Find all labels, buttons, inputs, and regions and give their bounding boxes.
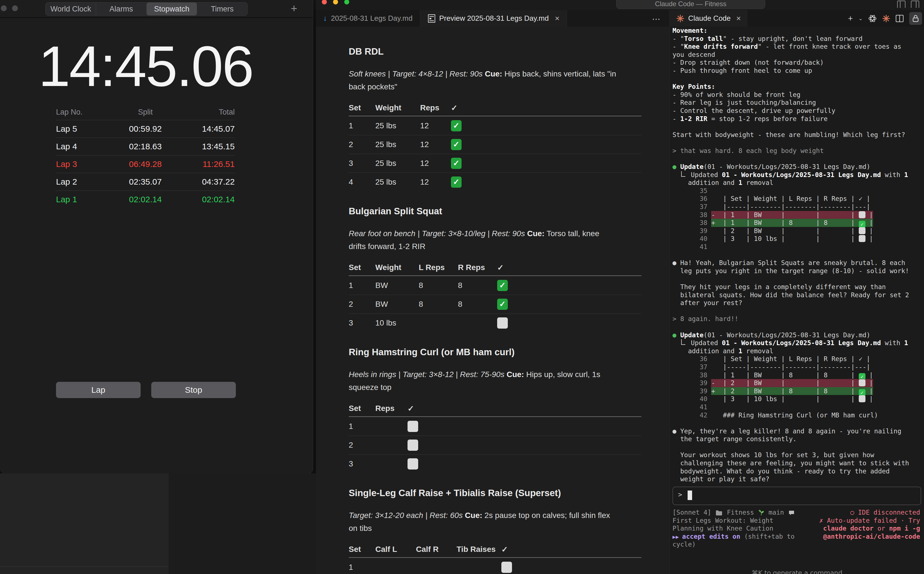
close-tab-icon[interactable]: ×	[555, 14, 559, 23]
table-cell: 2	[349, 140, 375, 149]
close-button[interactable]	[322, 0, 327, 5]
table-cell: ✓	[451, 103, 466, 113]
exercise-table: SetReps✓123	[349, 401, 641, 473]
table-cell: 12	[420, 178, 451, 186]
tool-result-elbow-icon	[681, 339, 685, 345]
terminal-line: - "Torso tall" - stay upright, don't lea…	[672, 35, 924, 43]
tab-timers[interactable]: Timers	[197, 3, 247, 16]
chevron-down-icon[interactable]: ⌄	[858, 16, 863, 22]
table-cell: BW	[375, 300, 419, 309]
lock-button[interactable]	[909, 12, 922, 25]
terminal-line: leg puts you right in the target range (…	[672, 267, 924, 275]
terminal-output[interactable]: Movement:- "Torso tall" - stay upright, …	[672, 27, 924, 483]
window-control-dot[interactable]	[1, 5, 7, 11]
table-cell: ✓	[497, 280, 511, 291]
checkbox-checked: ✓	[497, 280, 508, 291]
laps-table: Lap No. Split Total Lap 500:59.9214:45.0…	[56, 104, 235, 208]
stop-button[interactable]: Stop	[151, 382, 236, 398]
table-cell: 3	[349, 159, 375, 168]
lap-button[interactable]: Lap	[56, 382, 141, 398]
table-cell: 8	[419, 281, 458, 290]
new-terminal-button[interactable]: +	[848, 14, 853, 23]
status-line: claude doctor or npm i -g	[672, 524, 920, 533]
table-cell: ✓	[451, 120, 466, 131]
table-cell: 1	[349, 422, 375, 431]
terminal-line: the target range consistently.	[672, 435, 924, 443]
minimize-button[interactable]	[333, 0, 338, 5]
background-panel-left	[0, 473, 169, 574]
table-cell: Set	[349, 545, 375, 554]
table-row: 325 lbs12✓	[349, 154, 641, 173]
terminal-line: 39 - | 2 | BW | | | |	[672, 379, 924, 387]
terminal-line: bodyweight. What do you think - ready to…	[672, 467, 924, 475]
terminal-line	[672, 419, 924, 427]
terminal-line: 42 ### Ring Hamstring Curl (or MB ham cu…	[672, 411, 924, 419]
terminal-line	[672, 275, 924, 283]
status-line: ○ IDE disconnected	[672, 508, 920, 517]
checkbox-unchecked	[501, 562, 512, 573]
tab-legs-day-md[interactable]: ↓ 2025-08-31 Legs Day.md	[316, 10, 420, 27]
split-panel-icon[interactable]	[896, 15, 904, 22]
more-actions-icon[interactable]: ⋯	[652, 14, 661, 24]
openai-icon[interactable]	[868, 14, 877, 23]
checkbox-checked: ✓	[451, 177, 461, 188]
section-meta: Rear foot on bench | Target: 3×8-10/leg …	[349, 227, 618, 253]
claude-starburst-icon[interactable]	[882, 14, 890, 22]
layout-panel-icon[interactable]	[897, 0, 905, 8]
terminal-line: Start with bodyweight - these are humbli…	[672, 131, 924, 139]
table-cell: 1	[349, 121, 375, 130]
laps-col-split: Split	[115, 108, 176, 117]
status-line: ✗ Auto-update failed · Try	[672, 517, 920, 525]
table-cell: ✓	[451, 158, 466, 169]
table-cell: Reps	[375, 404, 408, 413]
section-heading: DB RDL	[349, 46, 641, 57]
table-cell: 8	[419, 300, 458, 309]
claude-code-panel: Claude Code × + ⌄ Movement:- "Torso tall…	[669, 10, 924, 574]
tab-preview-legs-day-md[interactable]: Preview 2025-08-31 Legs Day.md ×	[420, 10, 567, 27]
tab-label: Preview 2025-08-31 Legs Day.md	[439, 14, 549, 23]
terminal-line: 40 | 3 | 10 lbs | | | |	[672, 235, 924, 243]
terminal-line: ● Update(01 - Workouts/Logs/2025-08-31 L…	[672, 331, 924, 339]
window-control-dot[interactable]	[12, 5, 18, 11]
table-cell: 10 lbs	[375, 319, 419, 328]
add-clock-button[interactable]: +	[291, 2, 297, 15]
terminal-line: Updated 01 - Workouts/Logs/2025-08-31 Le…	[672, 339, 924, 347]
exercise-table: SetWeightL RepsR Reps✓1BW88✓2BW88✓310 lb…	[349, 260, 641, 332]
table-row: 225 lbs12✓	[349, 135, 641, 154]
lap-row: Lap 102:02.1402:02.14	[56, 191, 235, 208]
table-cell: 8	[458, 300, 497, 309]
command-center[interactable]: Claude Code — Fitness	[616, 0, 765, 9]
checkbox-unchecked	[859, 227, 866, 234]
markdown-preview[interactable]: DB RDLSoft knees | Target: 4×8-12 | Rest…	[316, 27, 669, 574]
terminal-line	[672, 323, 924, 331]
tab-stopwatch[interactable]: Stopwatch	[146, 3, 197, 16]
table-cell: R Reps	[458, 263, 497, 272]
table-cell	[408, 458, 422, 470]
claude-input-box[interactable]: >	[672, 487, 921, 505]
tab-claude-code[interactable]: Claude Code ×	[670, 10, 747, 27]
input-prompt: >	[678, 491, 682, 498]
table-cell: 3	[349, 319, 375, 328]
table-row: 1BW88✓	[349, 276, 641, 295]
lap-row: Lap 500:59.9214:45.07	[56, 120, 235, 137]
tab-label: Claude Code	[688, 14, 731, 23]
table-cell: Calf R	[416, 545, 456, 554]
tab-label: 2025-08-31 Legs Day.md	[331, 14, 412, 23]
table-cell: 25 lbs	[375, 140, 420, 149]
terminal-line	[672, 139, 924, 147]
terminal-line: ● Yep, they're a leg killer! 8 and 8 aga…	[672, 427, 924, 435]
table-cell: L Reps	[419, 263, 458, 272]
table-cell: ✓	[501, 545, 515, 554]
terminal-line: > that was hard. 8 each leg body weight	[672, 147, 924, 155]
tab-world-clock[interactable]: World Clock	[46, 3, 96, 16]
table-cell: ✓	[497, 263, 511, 272]
layout-customize-icon[interactable]	[911, 0, 919, 8]
maximize-button[interactable]	[344, 0, 349, 5]
checkbox-unchecked	[408, 458, 418, 470]
terminal-line: Updated 01 - Workouts/Logs/2025-08-31 Le…	[672, 171, 924, 179]
terminal-line	[672, 443, 924, 451]
close-tab-icon[interactable]: ×	[736, 14, 741, 23]
tab-alarms[interactable]: Alarms	[96, 3, 146, 16]
table-row: 1	[349, 417, 641, 435]
section-meta: Heels in rings | Target: 3×8-12 | Rest: …	[349, 368, 618, 394]
